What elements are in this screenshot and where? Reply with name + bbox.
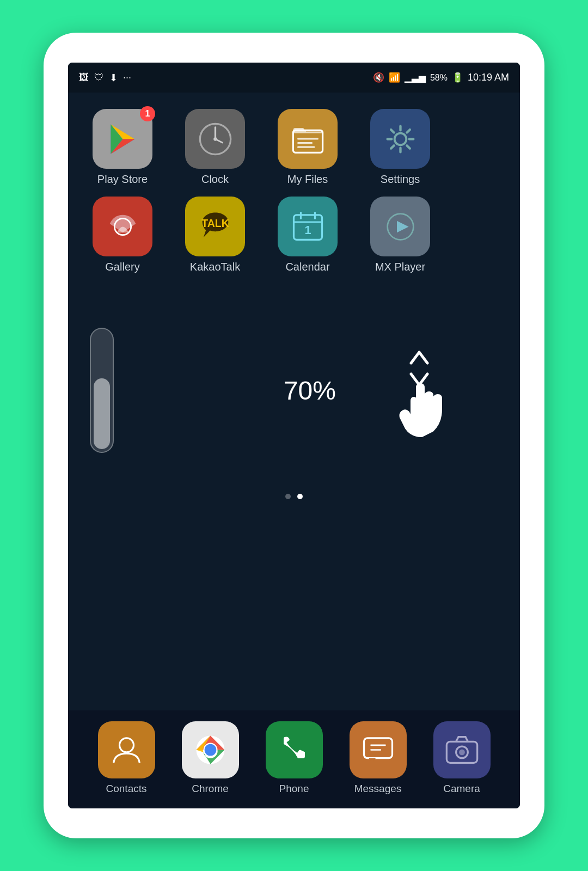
more-icon: ··· — [123, 72, 131, 83]
status-left-icons: 🖼 🛡 ⬇ ··· — [79, 72, 131, 84]
svg-point-30 — [119, 738, 133, 752]
app-gallery[interactable]: Gallery — [84, 197, 161, 273]
status-bar: 🖼 🛡 ⬇ ··· 🔇 📶 ▁▃▅ 58% 🔋 10:19 AM — [68, 63, 520, 93]
svg-rect-11 — [297, 146, 315, 148]
kakaotalk-label: KakaoTalk — [190, 261, 240, 273]
gallery-logo — [105, 209, 140, 244]
app-playstore[interactable]: 1 Play Store — [84, 109, 161, 186]
messages-label: Messages — [354, 783, 402, 795]
clock-label: Clock — [201, 173, 229, 186]
kakaotalk-logo: TALK — [198, 209, 233, 244]
svg-rect-34 — [364, 738, 392, 758]
signal-icon: ▁▃▅ — [405, 72, 426, 83]
camera-dock-icon[interactable] — [433, 721, 491, 778]
svg-marker-29 — [397, 220, 409, 232]
svg-point-39 — [459, 749, 465, 755]
chrome-dock-icon[interactable] — [182, 721, 239, 778]
chrome-label: Chrome — [192, 783, 229, 795]
middle-area: 70% — [84, 295, 504, 486]
gallery-label: Gallery — [105, 261, 139, 273]
clock-logo — [198, 121, 233, 157]
brightness-slider[interactable] — [90, 328, 114, 453]
camera-logo — [444, 732, 480, 768]
chrome-logo — [193, 732, 228, 768]
myfiles-icon[interactable] — [278, 109, 338, 169]
page-dot-2 — [297, 494, 303, 499]
hand-cursor-svg — [384, 347, 460, 439]
page-dot-1 — [285, 494, 291, 499]
app-clock[interactable]: Clock — [177, 109, 253, 186]
svg-rect-8 — [293, 130, 322, 152]
app-settings[interactable]: Settings — [362, 109, 438, 186]
settings-label: Settings — [381, 173, 420, 186]
svg-line-7 — [215, 139, 222, 143]
mxplayer-logo — [383, 209, 418, 244]
messages-dock-icon[interactable] — [350, 721, 407, 778]
app-mxplayer[interactable]: MX Player — [362, 197, 438, 273]
dock-phone[interactable]: Phone — [259, 721, 329, 795]
app-kakaotalk[interactable]: TALK KakaoTalk — [177, 197, 253, 273]
app-dock: Contacts Chrome — [68, 710, 520, 808]
playstore-badge: 1 — [140, 106, 155, 121]
playstore-icon[interactable]: 1 — [93, 109, 152, 169]
dock-messages[interactable]: Messages — [342, 721, 413, 795]
contacts-logo — [109, 732, 144, 768]
dock-contacts[interactable]: Contacts — [91, 721, 162, 795]
myfiles-label: My Files — [287, 173, 328, 186]
download-icon: ⬇ — [109, 72, 118, 84]
app-myfiles[interactable]: My Files — [270, 109, 346, 186]
phone-dock-icon[interactable] — [266, 721, 323, 778]
contacts-label: Contacts — [106, 783, 147, 795]
svg-rect-9 — [297, 138, 318, 139]
brightness-fill — [94, 378, 110, 449]
svg-line-19 — [407, 130, 409, 132]
kakaotalk-icon[interactable]: TALK — [185, 197, 245, 256]
svg-point-33 — [205, 745, 215, 755]
camera-label: Camera — [443, 783, 480, 795]
playstore-label: Play Store — [97, 173, 148, 186]
page-indicators — [84, 486, 504, 507]
dock-camera[interactable]: Camera — [426, 721, 497, 795]
playstore-logo — [105, 121, 140, 157]
svg-text:1: 1 — [304, 223, 311, 236]
app-calendar[interactable]: 1 Calendar — [270, 197, 346, 273]
clock-time: 10:19 AM — [468, 72, 509, 83]
svg-line-17 — [391, 130, 394, 132]
dock-chrome[interactable]: Chrome — [175, 721, 246, 795]
svg-text:TALK: TALK — [201, 217, 229, 229]
tablet-frame: 🖼 🛡 ⬇ ··· 🔇 📶 ▁▃▅ 58% 🔋 10:19 AM 1 — [44, 33, 544, 838]
status-right-icons: 🔇 📶 ▁▃▅ 58% 🔋 10:19 AM — [373, 72, 509, 83]
mxplayer-label: MX Player — [375, 261, 425, 273]
svg-line-18 — [407, 145, 409, 148]
contacts-dock-icon[interactable] — [98, 721, 155, 778]
mute-icon: 🔇 — [373, 72, 384, 83]
screenshot-icon: 🖼 — [79, 72, 89, 83]
app-row-1: 1 Play Store — [84, 109, 504, 186]
wifi-icon: 📶 — [389, 72, 400, 83]
phone-label: Phone — [279, 783, 309, 795]
svg-line-20 — [391, 145, 394, 148]
calendar-logo: 1 — [290, 209, 326, 244]
shield-icon: 🛡 — [94, 72, 104, 83]
phone-logo — [277, 732, 312, 768]
clock-icon[interactable] — [185, 109, 245, 169]
brightness-value: 70% — [284, 376, 336, 406]
battery-indicator: 58% — [430, 73, 448, 83]
home-screen: 1 Play Store — [68, 93, 520, 710]
messages-logo — [360, 732, 396, 768]
calendar-label: Calendar — [285, 261, 329, 273]
settings-icon[interactable] — [370, 109, 430, 169]
myfiles-logo — [290, 121, 326, 157]
settings-logo — [383, 121, 418, 157]
scroll-gesture-icon — [384, 347, 460, 434]
screen: 🖼 🛡 ⬇ ··· 🔇 📶 ▁▃▅ 58% 🔋 10:19 AM 1 — [68, 63, 520, 808]
battery-icon: 🔋 — [452, 72, 463, 83]
calendar-icon[interactable]: 1 — [278, 197, 338, 256]
mxplayer-icon[interactable] — [370, 197, 430, 256]
svg-rect-10 — [297, 142, 313, 143]
svg-point-12 — [394, 133, 406, 145]
app-row-2: Gallery TALK KakaoTalk — [84, 197, 504, 273]
gallery-icon[interactable] — [93, 197, 152, 256]
